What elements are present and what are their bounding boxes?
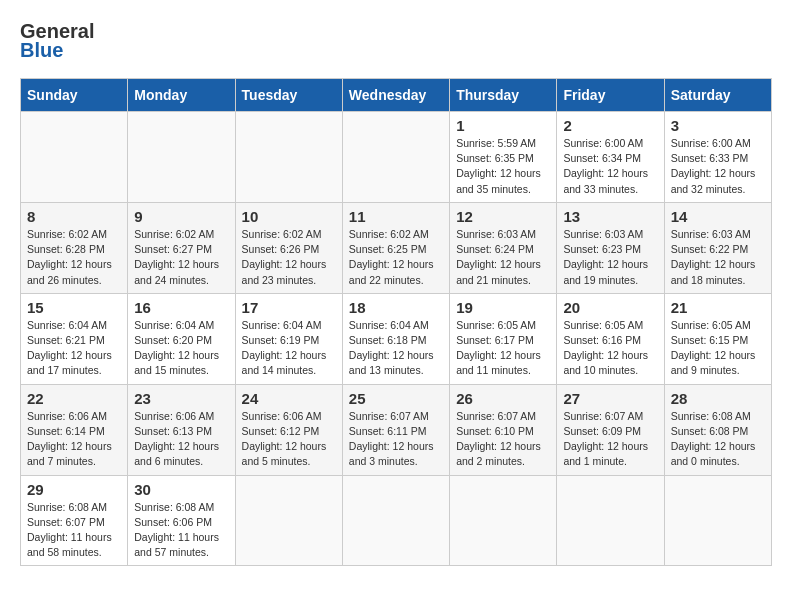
- calendar-week-5: 29 Sunrise: 6:08 AM Sunset: 6:07 PM Dayl…: [21, 475, 772, 566]
- day-number: 14: [671, 208, 765, 225]
- header-sunday: Sunday: [21, 79, 128, 112]
- calendar-cell: 18 Sunrise: 6:04 AM Sunset: 6:18 PM Dayl…: [342, 293, 449, 384]
- calendar-cell: 27 Sunrise: 6:07 AM Sunset: 6:09 PM Dayl…: [557, 384, 664, 475]
- day-info: Sunrise: 6:08 AM Sunset: 6:08 PM Dayligh…: [671, 409, 765, 470]
- day-info: Sunrise: 6:05 AM Sunset: 6:15 PM Dayligh…: [671, 318, 765, 379]
- page-header: General Blue: [20, 20, 772, 62]
- day-number: 26: [456, 390, 550, 407]
- day-info: Sunrise: 6:02 AM Sunset: 6:26 PM Dayligh…: [242, 227, 336, 288]
- day-number: 29: [27, 481, 121, 498]
- calendar-cell: [342, 112, 449, 203]
- day-info: Sunrise: 6:07 AM Sunset: 6:11 PM Dayligh…: [349, 409, 443, 470]
- day-number: 18: [349, 299, 443, 316]
- day-info: Sunrise: 6:03 AM Sunset: 6:22 PM Dayligh…: [671, 227, 765, 288]
- calendar-cell: 14 Sunrise: 6:03 AM Sunset: 6:22 PM Dayl…: [664, 202, 771, 293]
- calendar-cell: [128, 112, 235, 203]
- calendar-cell: 19 Sunrise: 6:05 AM Sunset: 6:17 PM Dayl…: [450, 293, 557, 384]
- day-number: 13: [563, 208, 657, 225]
- calendar-week-4: 22 Sunrise: 6:06 AM Sunset: 6:14 PM Dayl…: [21, 384, 772, 475]
- day-info: Sunrise: 5:59 AM Sunset: 6:35 PM Dayligh…: [456, 136, 550, 197]
- day-info: Sunrise: 6:02 AM Sunset: 6:25 PM Dayligh…: [349, 227, 443, 288]
- logo-display: General Blue: [20, 20, 94, 62]
- day-info: Sunrise: 6:06 AM Sunset: 6:13 PM Dayligh…: [134, 409, 228, 470]
- calendar-cell: [21, 112, 128, 203]
- calendar-header-row: SundayMondayTuesdayWednesdayThursdayFrid…: [21, 79, 772, 112]
- calendar-cell: 10 Sunrise: 6:02 AM Sunset: 6:26 PM Dayl…: [235, 202, 342, 293]
- day-info: Sunrise: 6:07 AM Sunset: 6:09 PM Dayligh…: [563, 409, 657, 470]
- day-number: 17: [242, 299, 336, 316]
- calendar-cell: 2 Sunrise: 6:00 AM Sunset: 6:34 PM Dayli…: [557, 112, 664, 203]
- calendar-cell: [342, 475, 449, 566]
- day-number: 11: [349, 208, 443, 225]
- day-number: 24: [242, 390, 336, 407]
- calendar-week-3: 15 Sunrise: 6:04 AM Sunset: 6:21 PM Dayl…: [21, 293, 772, 384]
- day-info: Sunrise: 6:08 AM Sunset: 6:07 PM Dayligh…: [27, 500, 121, 561]
- header-tuesday: Tuesday: [235, 79, 342, 112]
- header-wednesday: Wednesday: [342, 79, 449, 112]
- calendar-cell: 26 Sunrise: 6:07 AM Sunset: 6:10 PM Dayl…: [450, 384, 557, 475]
- day-info: Sunrise: 6:06 AM Sunset: 6:14 PM Dayligh…: [27, 409, 121, 470]
- day-info: Sunrise: 6:04 AM Sunset: 6:21 PM Dayligh…: [27, 318, 121, 379]
- calendar-cell: 17 Sunrise: 6:04 AM Sunset: 6:19 PM Dayl…: [235, 293, 342, 384]
- day-number: 28: [671, 390, 765, 407]
- calendar-cell: 25 Sunrise: 6:07 AM Sunset: 6:11 PM Dayl…: [342, 384, 449, 475]
- calendar-cell: 9 Sunrise: 6:02 AM Sunset: 6:27 PM Dayli…: [128, 202, 235, 293]
- day-number: 3: [671, 117, 765, 134]
- day-number: 1: [456, 117, 550, 134]
- calendar-cell: 21 Sunrise: 6:05 AM Sunset: 6:15 PM Dayl…: [664, 293, 771, 384]
- calendar-week-1: 1 Sunrise: 5:59 AM Sunset: 6:35 PM Dayli…: [21, 112, 772, 203]
- day-info: Sunrise: 6:03 AM Sunset: 6:24 PM Dayligh…: [456, 227, 550, 288]
- day-info: Sunrise: 6:03 AM Sunset: 6:23 PM Dayligh…: [563, 227, 657, 288]
- day-info: Sunrise: 6:06 AM Sunset: 6:12 PM Dayligh…: [242, 409, 336, 470]
- header-friday: Friday: [557, 79, 664, 112]
- calendar-cell: 22 Sunrise: 6:06 AM Sunset: 6:14 PM Dayl…: [21, 384, 128, 475]
- calendar-cell: 13 Sunrise: 6:03 AM Sunset: 6:23 PM Dayl…: [557, 202, 664, 293]
- header-monday: Monday: [128, 79, 235, 112]
- logo: General Blue: [20, 20, 94, 62]
- day-info: Sunrise: 6:00 AM Sunset: 6:33 PM Dayligh…: [671, 136, 765, 197]
- day-number: 8: [27, 208, 121, 225]
- calendar-cell: 16 Sunrise: 6:04 AM Sunset: 6:20 PM Dayl…: [128, 293, 235, 384]
- day-number: 9: [134, 208, 228, 225]
- day-info: Sunrise: 6:00 AM Sunset: 6:34 PM Dayligh…: [563, 136, 657, 197]
- day-number: 16: [134, 299, 228, 316]
- day-number: 2: [563, 117, 657, 134]
- calendar-cell: 29 Sunrise: 6:08 AM Sunset: 6:07 PM Dayl…: [21, 475, 128, 566]
- calendar-cell: 1 Sunrise: 5:59 AM Sunset: 6:35 PM Dayli…: [450, 112, 557, 203]
- calendar-cell: 8 Sunrise: 6:02 AM Sunset: 6:28 PM Dayli…: [21, 202, 128, 293]
- day-number: 21: [671, 299, 765, 316]
- day-info: Sunrise: 6:08 AM Sunset: 6:06 PM Dayligh…: [134, 500, 228, 561]
- day-number: 15: [27, 299, 121, 316]
- calendar-cell: 3 Sunrise: 6:00 AM Sunset: 6:33 PM Dayli…: [664, 112, 771, 203]
- calendar-cell: [235, 112, 342, 203]
- calendar-cell: [664, 475, 771, 566]
- day-number: 25: [349, 390, 443, 407]
- day-info: Sunrise: 6:02 AM Sunset: 6:27 PM Dayligh…: [134, 227, 228, 288]
- calendar-cell: [235, 475, 342, 566]
- calendar-cell: 12 Sunrise: 6:03 AM Sunset: 6:24 PM Dayl…: [450, 202, 557, 293]
- calendar-cell: [450, 475, 557, 566]
- day-number: 27: [563, 390, 657, 407]
- day-number: 30: [134, 481, 228, 498]
- calendar-cell: 24 Sunrise: 6:06 AM Sunset: 6:12 PM Dayl…: [235, 384, 342, 475]
- calendar-week-2: 8 Sunrise: 6:02 AM Sunset: 6:28 PM Dayli…: [21, 202, 772, 293]
- day-info: Sunrise: 6:04 AM Sunset: 6:20 PM Dayligh…: [134, 318, 228, 379]
- day-number: 20: [563, 299, 657, 316]
- calendar-cell: 15 Sunrise: 6:04 AM Sunset: 6:21 PM Dayl…: [21, 293, 128, 384]
- day-info: Sunrise: 6:04 AM Sunset: 6:19 PM Dayligh…: [242, 318, 336, 379]
- calendar-cell: [557, 475, 664, 566]
- day-number: 12: [456, 208, 550, 225]
- calendar-table: SundayMondayTuesdayWednesdayThursdayFrid…: [20, 78, 772, 566]
- day-number: 22: [27, 390, 121, 407]
- day-info: Sunrise: 6:05 AM Sunset: 6:16 PM Dayligh…: [563, 318, 657, 379]
- calendar-cell: 11 Sunrise: 6:02 AM Sunset: 6:25 PM Dayl…: [342, 202, 449, 293]
- header-thursday: Thursday: [450, 79, 557, 112]
- day-number: 10: [242, 208, 336, 225]
- calendar-cell: 30 Sunrise: 6:08 AM Sunset: 6:06 PM Dayl…: [128, 475, 235, 566]
- logo-text-blue: Blue: [20, 39, 63, 62]
- day-info: Sunrise: 6:04 AM Sunset: 6:18 PM Dayligh…: [349, 318, 443, 379]
- day-info: Sunrise: 6:07 AM Sunset: 6:10 PM Dayligh…: [456, 409, 550, 470]
- day-info: Sunrise: 6:05 AM Sunset: 6:17 PM Dayligh…: [456, 318, 550, 379]
- calendar-cell: 20 Sunrise: 6:05 AM Sunset: 6:16 PM Dayl…: [557, 293, 664, 384]
- day-number: 23: [134, 390, 228, 407]
